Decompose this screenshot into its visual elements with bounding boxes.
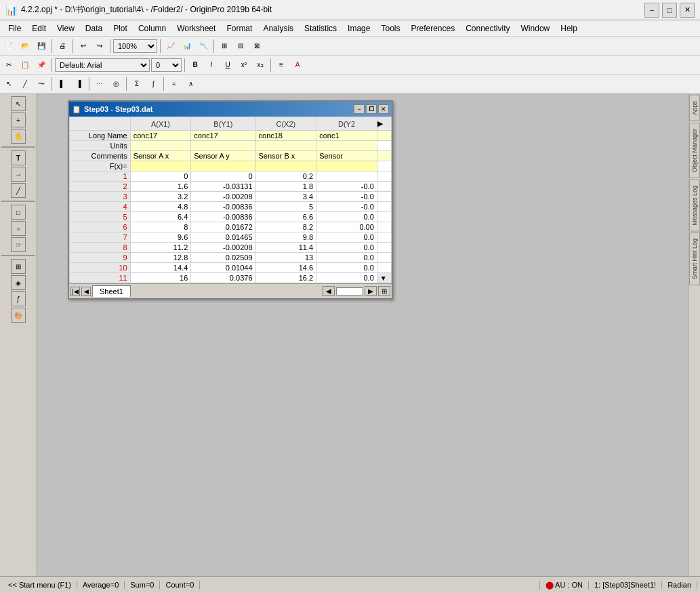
arrow-draw-tool[interactable]: → xyxy=(11,167,26,182)
zoom-in-tool[interactable]: + xyxy=(11,113,26,127)
rectangle-tool[interactable]: □ xyxy=(11,205,26,220)
formula-a[interactable] xyxy=(130,161,191,171)
formula-tool[interactable]: ƒ xyxy=(11,291,26,306)
row-1-d[interactable] xyxy=(316,171,377,182)
fit-btn[interactable]: ≈ xyxy=(167,77,182,91)
save-button[interactable]: 💾 xyxy=(34,39,49,54)
scatter-btn[interactable]: ⋯ xyxy=(92,77,107,91)
menu-item-view[interactable]: View xyxy=(52,22,80,35)
row-4-a[interactable]: 4.8 xyxy=(130,202,191,212)
menu-item-preferences[interactable]: Preferences xyxy=(405,22,460,35)
arrow-btn[interactable]: ↖ xyxy=(1,77,16,91)
messages-log-tab[interactable]: Messages Log xyxy=(689,180,700,232)
line-btn[interactable]: ╱ xyxy=(18,77,33,91)
row-8-c[interactable]: 11.4 xyxy=(255,243,316,253)
zoom-window-tool[interactable]: ⊞ xyxy=(11,259,26,274)
units-c[interactable] xyxy=(255,141,316,151)
cut-button[interactable]: ✂ xyxy=(1,58,16,73)
col-b-header[interactable]: B(Y1) xyxy=(191,117,255,131)
row-8-d[interactable]: 0.0 xyxy=(316,243,377,253)
units-b[interactable] xyxy=(191,141,255,151)
ellipse-tool[interactable]: ○ xyxy=(11,221,26,236)
new-button[interactable]: 📄 xyxy=(1,39,16,54)
row-5-d[interactable]: 0.0 xyxy=(316,212,377,222)
peak-btn[interactable]: ∧ xyxy=(183,77,198,91)
misc1-btn[interactable]: ⊞ xyxy=(217,39,232,54)
row-9-c[interactable]: 13 xyxy=(255,253,316,263)
row-7-d[interactable]: 0.0 xyxy=(316,232,377,243)
row-1-b[interactable]: 0 xyxy=(191,171,255,182)
underline-button[interactable]: U xyxy=(220,58,235,73)
row-8-b[interactable]: -0.00208 xyxy=(191,243,255,253)
row-3-d[interactable]: -0.0 xyxy=(316,192,377,202)
curve-btn[interactable]: 〜 xyxy=(34,77,49,91)
menu-item-connectivity[interactable]: Connectivity xyxy=(460,22,515,35)
formula-b[interactable] xyxy=(191,161,255,171)
superscript-btn[interactable]: x² xyxy=(236,58,251,73)
row-3-b[interactable]: -0.00208 xyxy=(191,192,255,202)
row-10-b[interactable]: 0.01044 xyxy=(191,263,255,273)
apps-panel-tab[interactable]: Apps xyxy=(689,95,700,121)
row-5-c[interactable]: 6.6 xyxy=(255,212,316,222)
sheet-options-btn[interactable]: ⊞ xyxy=(378,286,390,296)
undo-button[interactable]: ↩ xyxy=(76,39,91,54)
menu-item-plot[interactable]: Plot xyxy=(108,22,133,35)
long-name-a[interactable]: conc17 xyxy=(130,131,191,141)
misc2-btn[interactable]: ⊟ xyxy=(233,39,248,54)
stat1-btn[interactable]: Σ xyxy=(129,77,144,91)
subscript-btn[interactable]: x₂ xyxy=(253,58,268,73)
tab-scroll-right[interactable]: ▶ xyxy=(365,286,377,296)
pan-tool[interactable]: ✋ xyxy=(11,129,26,144)
bar1-btn[interactable]: ▌ xyxy=(55,77,70,91)
row-2-d[interactable]: -0.0 xyxy=(316,182,377,192)
comments-c[interactable]: Sensor B x xyxy=(255,151,316,161)
graph3-btn[interactable]: 📉 xyxy=(196,39,211,54)
row-10-a[interactable]: 14.4 xyxy=(130,263,191,273)
row-9-b[interactable]: 0.02509 xyxy=(191,253,255,263)
long-name-b[interactable]: conc17 xyxy=(191,131,255,141)
row-11-a[interactable]: 16 xyxy=(130,273,191,283)
tab-nav-first[interactable]: |◀ xyxy=(70,287,80,296)
row-9-d[interactable]: 0.0 xyxy=(316,253,377,263)
long-name-c[interactable]: conc18 xyxy=(255,131,316,141)
tab-scrollbar[interactable] xyxy=(336,287,363,295)
mdi-minimize[interactable]: − xyxy=(354,104,365,114)
graph2-btn[interactable]: 📊 xyxy=(180,39,194,54)
menu-item-format[interactable]: Format xyxy=(221,22,258,35)
row-11-c[interactable]: 16.2 xyxy=(255,273,316,283)
row-10-c[interactable]: 14.6 xyxy=(255,263,316,273)
row-11-b[interactable]: 0.0376 xyxy=(191,273,255,283)
row-4-b[interactable]: -0.00836 xyxy=(191,202,255,212)
row-9-a[interactable]: 12.8 xyxy=(130,253,191,263)
copy-button[interactable]: 📋 xyxy=(18,58,33,73)
bar2-btn[interactable]: ▐ xyxy=(71,77,86,91)
color-btn[interactable]: A xyxy=(290,58,305,73)
stat2-btn[interactable]: ∫ xyxy=(146,77,161,91)
print-button[interactable]: 🖨 xyxy=(55,39,70,54)
row-2-c[interactable]: 1.8 xyxy=(255,182,316,192)
row-7-b[interactable]: 0.01465 xyxy=(191,232,255,243)
comments-d[interactable]: Sensor xyxy=(316,151,377,161)
tab-nav-prev[interactable]: ◀ xyxy=(81,287,91,296)
row-4-d[interactable]: -0.0 xyxy=(316,202,377,212)
row-2-b[interactable]: -0.03131 xyxy=(191,182,255,192)
col-a-header[interactable]: A(X1) xyxy=(130,117,191,131)
smart-hint-tab[interactable]: Smart Hint Log xyxy=(689,232,700,285)
menu-item-tools[interactable]: Tools xyxy=(375,22,405,35)
line-draw-tool[interactable]: ╱ xyxy=(11,183,26,198)
tab-scroll-left[interactable]: ◀ xyxy=(323,286,335,296)
row-scroll-down[interactable]: ▼ xyxy=(377,273,391,283)
data-reader-tool[interactable]: ◈ xyxy=(11,275,26,290)
row-6-a[interactable]: 8 xyxy=(130,222,191,232)
col-c-header[interactable]: C(X2) xyxy=(255,117,316,131)
row-5-a[interactable]: 6.4 xyxy=(130,212,191,222)
units-d[interactable] xyxy=(316,141,377,151)
row-8-a[interactable]: 11.2 xyxy=(130,243,191,253)
text-tool[interactable]: T xyxy=(11,150,26,165)
row-6-d[interactable]: 0.00 xyxy=(316,222,377,232)
formula-c[interactable] xyxy=(255,161,316,171)
align-left-btn[interactable]: ≡ xyxy=(274,58,289,73)
zoom-select[interactable]: 100% xyxy=(113,39,157,53)
menu-item-statistics[interactable]: Statistics xyxy=(299,22,342,35)
row-7-a[interactable]: 9.6 xyxy=(130,232,191,243)
